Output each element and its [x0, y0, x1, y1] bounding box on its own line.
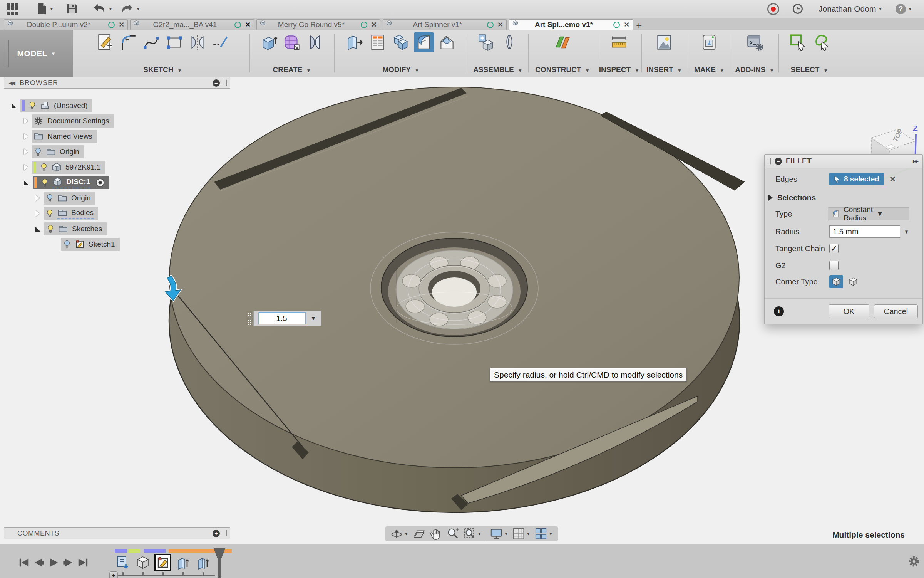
timeline-extrude-feature[interactable] — [175, 554, 191, 571]
line-icon[interactable] — [211, 32, 231, 52]
scripts-addins-icon[interactable] — [745, 32, 765, 52]
toolbar-drag-handle[interactable] — [5, 40, 9, 67]
sketch-menu[interactable]: SKETCH ▼ — [143, 66, 182, 76]
combine-icon[interactable] — [391, 32, 411, 52]
redo-button[interactable]: ▼ — [120, 3, 141, 15]
app-grid-menu-icon[interactable] — [7, 3, 18, 15]
new-component-icon[interactable] — [476, 32, 496, 52]
step-forward-button[interactable] — [62, 557, 74, 568]
fit-icon[interactable]: ▼ — [463, 527, 482, 540]
look-at-icon[interactable] — [412, 527, 425, 540]
insert-menu[interactable]: INSERT ▼ — [646, 66, 682, 76]
chamfer-icon[interactable] — [437, 32, 457, 52]
timeline-zoom-button[interactable]: + — [109, 571, 118, 578]
insert-image-icon[interactable] — [654, 32, 674, 52]
chevron-down-icon[interactable]: ▼ — [904, 229, 909, 235]
create-sketch-icon[interactable] — [95, 32, 115, 52]
document-tab-active[interactable]: Art Spi...emo v1* ✕ — [509, 19, 633, 30]
browser-row-sketch1[interactable]: Sketch1 — [61, 237, 120, 251]
timeline-track[interactable] — [115, 575, 215, 576]
window-select-icon[interactable] — [788, 32, 808, 52]
close-tab-icon[interactable]: ✕ — [119, 20, 124, 29]
press-pull-icon[interactable] — [345, 32, 365, 52]
change-parameters-icon[interactable] — [368, 32, 388, 52]
panel-drag-handle[interactable] — [224, 530, 227, 536]
expanded-arrow-icon[interactable] — [35, 227, 40, 232]
close-tab-icon[interactable]: ✕ — [371, 20, 377, 29]
viewports-icon[interactable]: ▼ — [534, 527, 553, 540]
input-drag-dots[interactable] — [248, 312, 252, 325]
document-tab[interactable]: Merry Go Round v5* ✕ — [256, 19, 380, 30]
extrude-icon[interactable] — [259, 32, 279, 52]
rectangle-icon[interactable] — [164, 32, 184, 52]
expanded-arrow-icon[interactable] — [24, 180, 29, 185]
collapsed-arrow-icon[interactable] — [24, 133, 28, 139]
document-tab[interactable]: Art Spinner v1* ✕ — [383, 19, 507, 30]
3d-print-icon[interactable] — [699, 32, 719, 52]
expanded-arrow-icon[interactable] — [12, 103, 17, 108]
workspace-switcher[interactable]: MODEL ▼ — [0, 30, 73, 77]
grid-settings-icon[interactable]: ▼ — [512, 527, 531, 540]
dialog-header[interactable]: − FILLET ▶▶ — [765, 155, 922, 168]
timeline-derive-feature[interactable] — [115, 554, 131, 571]
g2-checkbox[interactable] — [829, 261, 839, 270]
measure-icon[interactable] — [609, 32, 629, 52]
visibility-bulb-icon[interactable] — [45, 209, 54, 218]
go-to-start-button[interactable] — [18, 557, 30, 568]
display-settings-icon[interactable]: ▼ — [490, 527, 508, 540]
orbit-icon[interactable]: ▼ — [390, 527, 408, 540]
chevron-down-icon[interactable]: ▼ — [306, 315, 321, 321]
expand-selections-icon[interactable] — [768, 195, 773, 201]
addins-menu[interactable]: ADD-INS ▼ — [735, 66, 774, 76]
visibility-bulb-icon[interactable] — [33, 147, 43, 156]
browser-row-named-views[interactable]: Named Views — [24, 129, 97, 143]
sketch-fillet-icon[interactable] — [118, 32, 138, 52]
browser-row-bodies[interactable]: Bodies — [35, 207, 98, 220]
comments-panel-header[interactable]: COMMENTS + — [4, 527, 230, 539]
construction-plane-icon[interactable] — [552, 32, 572, 52]
browser-row-component-5972k91[interactable]: 5972K91:1 — [24, 160, 105, 174]
visibility-bulb-icon[interactable] — [39, 163, 49, 172]
timeline-playhead[interactable] — [213, 548, 226, 578]
close-tab-icon[interactable]: ✕ — [624, 20, 629, 29]
panel-drag-handle[interactable] — [224, 80, 227, 86]
clear-selection-icon[interactable]: ✕ — [889, 175, 896, 184]
create-menu[interactable]: CREATE ▼ — [273, 66, 311, 76]
close-tab-icon[interactable]: ✕ — [497, 20, 503, 29]
step-back-button[interactable] — [33, 557, 45, 568]
save-button[interactable] — [66, 3, 78, 15]
minimize-dialog-icon[interactable]: − — [775, 158, 782, 165]
fillet-type-dropdown[interactable]: Constant Radius ▼ — [828, 207, 909, 220]
loft-icon[interactable] — [305, 32, 325, 52]
visibility-bulb-icon[interactable] — [28, 101, 37, 110]
timeline-body-feature[interactable] — [135, 554, 151, 571]
joint-icon[interactable] — [499, 32, 519, 52]
visibility-bulb-icon[interactable] — [62, 240, 72, 249]
fillet-icon[interactable] — [414, 32, 434, 52]
dialog-drag-handle[interactable] — [768, 158, 771, 164]
close-tab-icon[interactable]: ✕ — [245, 20, 251, 29]
spline-icon[interactable] — [141, 32, 161, 52]
browser-row-root[interactable]: (Unsaved) — [12, 99, 92, 113]
visibility-bulb-icon[interactable] — [46, 224, 55, 234]
play-button[interactable] — [48, 557, 59, 568]
collapsed-arrow-icon[interactable] — [35, 210, 40, 217]
collapse-panel-icon[interactable]: ◀◀ — [9, 80, 14, 86]
browser-row-origin[interactable]: Origin — [24, 145, 84, 159]
minimize-panel-icon[interactable]: − — [213, 79, 220, 87]
activate-component-radio[interactable] — [95, 178, 105, 187]
info-icon[interactable]: i — [774, 306, 784, 316]
ok-button[interactable]: OK — [829, 304, 869, 318]
radius-field[interactable] — [829, 225, 900, 238]
corner-type-setback-icon[interactable] — [846, 275, 860, 288]
collapsed-arrow-icon[interactable] — [35, 195, 40, 201]
timeline-settings-gear-icon[interactable] — [907, 554, 921, 568]
corner-type-rolling-ball-icon[interactable] — [829, 275, 843, 288]
browser-panel-header[interactable]: ◀◀ BROWSER − — [4, 77, 230, 89]
job-status-clock-icon[interactable] — [792, 3, 803, 15]
inspect-menu[interactable]: INSPECT ▼ — [599, 66, 639, 76]
assemble-menu[interactable]: ASSEMBLE ▼ — [473, 66, 522, 76]
help-menu[interactable]: ? ▼ — [896, 3, 912, 15]
file-menu-button[interactable]: ▼ — [37, 3, 54, 15]
add-comment-icon[interactable]: + — [213, 530, 220, 537]
